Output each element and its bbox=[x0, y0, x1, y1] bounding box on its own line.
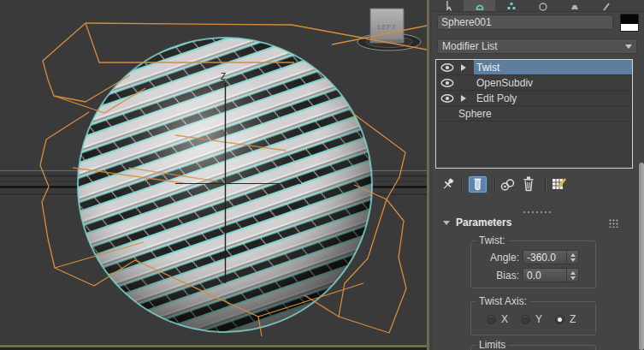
toolbar-separator bbox=[461, 177, 463, 193]
axis-x-option[interactable]: X bbox=[487, 313, 508, 325]
pin-stack-icon bbox=[441, 177, 456, 193]
viewcube-face-label: LEFT bbox=[378, 23, 397, 31]
axis-x-label: X bbox=[501, 313, 508, 325]
tab-create[interactable] bbox=[432, 0, 464, 11]
chevron-down-icon bbox=[625, 44, 632, 49]
spinner-up-icon[interactable] bbox=[570, 271, 576, 275]
eye-icon[interactable] bbox=[436, 94, 461, 103]
radio-icon bbox=[487, 315, 496, 324]
stack-row-opensubdiv[interactable]: OpenSubdiv bbox=[436, 75, 632, 91]
command-panel: Modifier List Twist bbox=[432, 0, 644, 350]
stack-toolbar bbox=[432, 175, 644, 195]
modifier-list-dropdown[interactable]: Modifier List bbox=[437, 39, 637, 54]
remove-modifier-button[interactable] bbox=[523, 176, 535, 194]
limits-group-label: Limits bbox=[476, 339, 508, 350]
panel-scrollbar[interactable] bbox=[639, 163, 644, 350]
rollout-collapse-icon bbox=[443, 221, 450, 225]
angle-spinner bbox=[523, 250, 579, 264]
object-name-field[interactable] bbox=[437, 15, 613, 30]
modifier-label: Edit Poly bbox=[475, 92, 517, 104]
twist-axis-group: Twist Axis: X Y Z bbox=[470, 301, 596, 335]
object-color-swatch[interactable] bbox=[620, 14, 639, 32]
motion-tab-icon bbox=[538, 1, 548, 11]
viewport-3d[interactable]: LEFT Z bbox=[0, 0, 427, 350]
angle-label: Angle: bbox=[471, 252, 519, 264]
angle-input[interactable] bbox=[523, 251, 566, 264]
tab-utilities[interactable] bbox=[590, 0, 622, 11]
toolbar-separator bbox=[545, 177, 547, 193]
pin-stack-button[interactable] bbox=[441, 177, 456, 195]
hierarchy-tab-icon bbox=[506, 1, 517, 11]
twist-group: Twist: Angle: Bias: bbox=[470, 240, 596, 288]
bias-spinner bbox=[523, 268, 579, 282]
spinner-down-icon[interactable] bbox=[570, 276, 576, 280]
show-end-result-icon bbox=[473, 178, 482, 191]
modifier-stack: Twist OpenSubdiv bbox=[435, 59, 633, 169]
eye-icon[interactable] bbox=[436, 79, 461, 87]
stack-row-sphere[interactable]: Sphere bbox=[436, 106, 632, 122]
twist-group-label: Twist: bbox=[476, 234, 508, 246]
axis-radio-group: X Y Z bbox=[487, 313, 576, 325]
bias-label: Bias: bbox=[471, 270, 519, 282]
tab-display[interactable] bbox=[558, 0, 590, 11]
axis-z-label: Z bbox=[570, 313, 576, 325]
remove-modifier-icon bbox=[523, 176, 535, 192]
viewport-canvas: LEFT Z bbox=[0, 0, 427, 350]
toolbar-separator bbox=[494, 177, 496, 193]
create-tab-icon bbox=[443, 1, 453, 11]
expand-arrow-icon[interactable] bbox=[461, 95, 475, 102]
limits-group: Limits bbox=[470, 345, 596, 350]
parameters-rollout-header[interactable]: Parameters bbox=[435, 217, 641, 230]
bias-input[interactable] bbox=[523, 269, 566, 282]
expand-arrow-icon[interactable] bbox=[461, 64, 475, 71]
command-panel-tabs bbox=[432, 0, 644, 12]
modifier-label: OpenSubdiv bbox=[475, 77, 533, 89]
configure-modifier-sets-button[interactable] bbox=[552, 176, 567, 194]
configure-modifier-sets-icon bbox=[552, 176, 567, 192]
spinner-arrows bbox=[566, 269, 578, 282]
twist-axis-group-label: Twist Axis: bbox=[476, 295, 529, 307]
utilities-tab-icon bbox=[601, 1, 612, 11]
rollout-title: Parameters bbox=[456, 217, 511, 228]
display-tab-icon bbox=[570, 1, 580, 11]
stack-row-editpoly[interactable]: Edit Poly bbox=[436, 91, 632, 106]
spinner-arrows bbox=[566, 251, 578, 264]
show-end-result-button[interactable] bbox=[468, 175, 487, 193]
modifier-list-label: Modifier List bbox=[442, 40, 498, 52]
axis-y-option[interactable]: Y bbox=[521, 313, 542, 325]
base-object-label: Sphere bbox=[436, 108, 492, 120]
spinner-down-icon[interactable] bbox=[570, 258, 576, 262]
modify-tab-icon bbox=[475, 1, 485, 11]
stack-row-twist[interactable]: Twist bbox=[436, 60, 632, 75]
tab-hierarchy[interactable] bbox=[495, 0, 527, 11]
eye-icon[interactable] bbox=[436, 63, 461, 72]
rollout-drag-handle-icon[interactable] bbox=[609, 219, 619, 228]
radio-selected-icon bbox=[555, 315, 564, 324]
max-window: LEFT Z bbox=[0, 0, 644, 350]
rollout-splitter-handle[interactable] bbox=[523, 211, 553, 214]
make-unique-button[interactable] bbox=[499, 178, 516, 194]
tab-motion[interactable] bbox=[527, 0, 558, 11]
spinner-up-icon[interactable] bbox=[570, 253, 576, 257]
radio-icon bbox=[521, 315, 530, 324]
axis-z-option[interactable]: Z bbox=[555, 313, 576, 325]
tab-modify[interactable] bbox=[464, 0, 495, 11]
axis-y-label: Y bbox=[535, 313, 542, 325]
gizmo-axis-label: Z bbox=[221, 72, 226, 81]
make-unique-icon bbox=[499, 178, 516, 192]
modifier-label: Twist bbox=[475, 62, 499, 74]
